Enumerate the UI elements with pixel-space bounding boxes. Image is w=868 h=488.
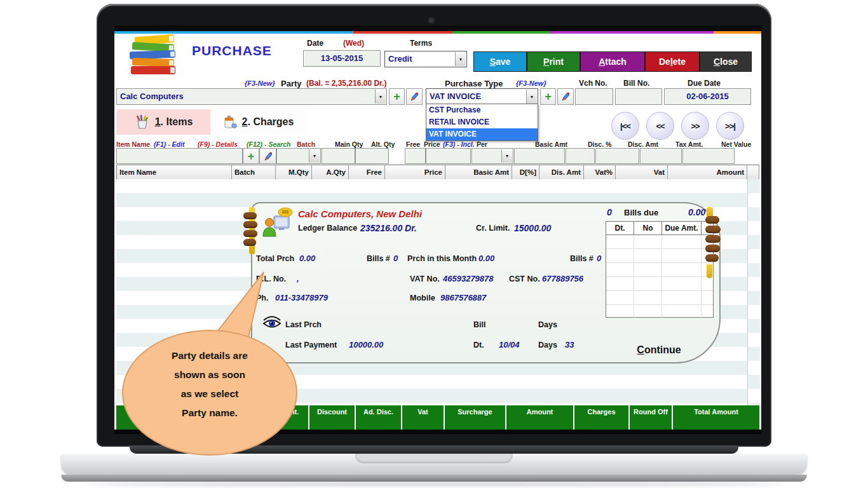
item-name-input[interactable] [116, 148, 243, 164]
add-item-button[interactable]: + [243, 148, 259, 164]
hint-f1-edit: (F1) - Edit [154, 140, 184, 148]
date-input[interactable]: 13-05-2015 [303, 50, 381, 67]
items-table-scroll-column[interactable] [747, 179, 760, 405]
save-button[interactable]: Save [473, 51, 527, 72]
due-date-input[interactable]: 02-06-2015 [664, 88, 751, 105]
due-table-row [606, 263, 713, 277]
purchase-type-f3-new-hint: {F3-New} [516, 79, 546, 87]
party-select[interactable]: Calc Computers ▼ [116, 88, 387, 105]
basic-amt-input[interactable] [514, 148, 565, 164]
purchase-type-value: VAT INVOICE [426, 89, 538, 104]
tab-charges[interactable]: 2. Charges [210, 109, 306, 135]
col-header-amount[interactable]: Amount [668, 165, 747, 180]
hand-graphic-right [702, 207, 721, 290]
nav-first-button[interactable]: |<< [611, 112, 639, 140]
tab-charges-label: 2. Charges [242, 116, 294, 128]
hand-graphic-left [243, 207, 260, 258]
plus-icon: + [393, 91, 400, 102]
totals-cell-total-amount: Total Amount [673, 405, 759, 430]
purchase-type-dropdown-list: CST Purchase RETAIL INVOICE VAT INVOICE [426, 104, 538, 141]
batch-select[interactable]: ▼ [276, 148, 321, 164]
party-label: Party [281, 79, 302, 88]
vch-no-input[interactable] [575, 88, 613, 105]
dropdown-arrow-icon[interactable]: ▼ [526, 90, 537, 104]
brand-strip-segment [550, 31, 714, 34]
bill-no-input[interactable] [615, 88, 662, 105]
callout-line: Party details are [127, 346, 292, 365]
hint-f3-incl: (F3) - Incl. [443, 140, 475, 148]
cst-no-value: 677889756 [542, 274, 583, 283]
delete-button[interactable]: Delete [645, 51, 700, 72]
page-background: PURCHASE Date (Wed) 13-05-2015 Terms Cre… [0, 0, 868, 488]
close-button[interactable]: Close [700, 51, 752, 72]
col-header-batch[interactable]: Batch [232, 165, 276, 180]
add-party-button[interactable]: + [389, 88, 405, 105]
ledger-balance-label: Ledger Balance [298, 224, 357, 233]
dropdown-arrow-icon[interactable]: ▼ [501, 149, 512, 163]
net-value-input[interactable] [682, 148, 735, 164]
col-header-free[interactable]: Free [349, 165, 385, 180]
pencil-icon [560, 92, 571, 102]
bills-due-table-header: Dt. No Due Amt. [606, 222, 713, 235]
days-value: 33 [565, 340, 574, 349]
bills-count-value-1: 0 [393, 254, 398, 263]
col-header-disc-pct[interactable]: D[%] [512, 165, 539, 180]
col-header-mqty[interactable]: M.Qty [276, 165, 312, 180]
hint-disc-amt: Disc. Amt [628, 140, 658, 148]
terms-select[interactable]: Credit ▼ [384, 51, 467, 67]
date-weekday: (Wed) [343, 39, 364, 48]
edit-purchase-type-button[interactable] [557, 88, 574, 105]
disc-pct-input[interactable] [566, 148, 595, 164]
brand-color-strip [114, 31, 761, 34]
purchase-type-label: Purchase Type [445, 79, 503, 88]
col-header-dis-amt[interactable]: Dis. Amt [539, 165, 584, 180]
continue-button[interactable]: Continue [606, 344, 712, 356]
col-header-basic-amt[interactable]: Basic Amt [445, 165, 512, 180]
per-select[interactable]: ▼ [471, 148, 513, 164]
hint-f9-details: (F9) - Details [198, 140, 238, 148]
edit-party-button[interactable] [406, 88, 423, 105]
totals-cell-round-off: Round Off [630, 405, 672, 430]
items-table-header: Item Name Batch M.Qty A.Qty Free Price B… [116, 165, 759, 180]
due-date-label: Due Date [688, 79, 721, 88]
attach-button[interactable]: Attach [580, 51, 645, 72]
plus-icon: + [248, 151, 255, 162]
print-button[interactable]: Print [527, 51, 580, 72]
dropdown-option-selected[interactable]: VAT INVOICE [426, 128, 538, 140]
edit-item-button[interactable] [259, 148, 276, 164]
tax-amt-input[interactable] [640, 148, 682, 164]
dropdown-arrow-icon[interactable]: ▼ [375, 90, 386, 104]
nav-next-button[interactable]: >> [681, 112, 709, 140]
col-header-item-name[interactable]: Item Name [116, 165, 232, 180]
purchase-type-select[interactable]: VAT INVOICE ▼ [426, 88, 538, 105]
dropdown-option[interactable]: RETAIL INVOICE [426, 116, 538, 128]
col-header-aqty[interactable]: A.Qty [312, 165, 349, 180]
bills-due-table: Dt. No Due Amt. [606, 221, 714, 318]
due-col-no: No [634, 222, 662, 234]
dropdown-arrow-icon[interactable]: ▼ [455, 52, 466, 66]
tab-items[interactable]: 1. Items [116, 109, 210, 135]
col-header-price[interactable]: Price [385, 165, 445, 180]
totals-cell-charges: Charges [574, 405, 628, 430]
col-header-vat[interactable]: Vat [616, 165, 668, 180]
free-input[interactable] [405, 148, 426, 164]
alt-qty-input[interactable] [355, 148, 389, 164]
dropdown-option[interactable]: CST Purchase [426, 104, 538, 116]
terms-value: Credit [385, 51, 466, 67]
add-purchase-type-button[interactable]: + [540, 88, 556, 105]
nav-prev-button[interactable]: << [646, 112, 674, 140]
price-input[interactable] [426, 148, 471, 164]
brand-strip-segment [114, 31, 353, 34]
due-table-row [606, 249, 713, 263]
totals-cell-amount: Amount [506, 405, 573, 430]
bill-label: Bill [473, 320, 485, 329]
main-qty-input[interactable] [322, 148, 355, 164]
hint-price: Price [424, 140, 440, 148]
col-header-extra [747, 165, 759, 180]
dropdown-arrow-icon[interactable]: ▼ [309, 149, 320, 163]
col-header-vat-pct[interactable]: Vat% [584, 165, 616, 180]
disc-amt-input[interactable] [595, 148, 639, 164]
terms-label: Terms [410, 39, 432, 48]
books-logo-icon [126, 34, 184, 75]
nav-last-button[interactable]: >>| [716, 112, 744, 140]
